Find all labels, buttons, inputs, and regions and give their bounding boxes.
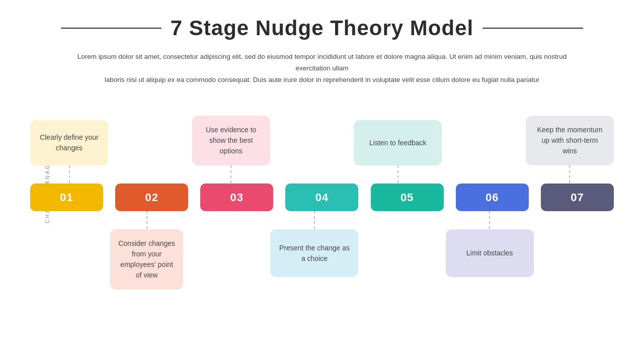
top-slot-03: Use evidence to show the best options [192,116,270,184]
num-box-02: 02 [115,184,188,211]
top-text-05: Listen to feedback [369,138,427,148]
top-box-03: Use evidence to show the best options [192,116,270,165]
bottom-box-06: Limit obstacles [446,229,534,277]
bottom-text-06: Limit obstacles [466,248,513,258]
title-text: 7 Stage Nudge Theory Model [171,16,473,40]
bottom-text-02: Consider changes from your employees' po… [118,238,175,281]
dashed-line-02 [146,211,147,229]
dashed-line-05 [397,165,398,184]
top-text-03: Use evidence to show the best options [200,125,262,156]
subtitle-line2: laboris nisi ut aliquip ex ea commodo co… [60,74,584,86]
page-title: 7 Stage Nudge Theory Model [0,0,644,40]
dashed-line-06 [489,211,490,229]
bottom-slot-06: Limit obstacles [446,211,534,277]
num-box-06: 06 [456,184,529,211]
number-row: 01 02 03 04 05 06 07 [30,184,614,211]
num-box-04: 04 [285,184,358,211]
bottom-slot-02: Consider changes from your employees' po… [110,211,183,290]
num-box-07: 07 [541,184,614,211]
top-box-01: Clearly define your changes [30,120,108,165]
bottom-text-04: Present the change as a choice [278,243,350,264]
top-slot-04 [273,120,351,184]
top-boxes-row: Clearly define your changes Use evidence… [30,116,614,184]
subtitle-line1: Lorem ipsum dolor sit amet, consectetur … [60,51,584,74]
top-text-01: Clearly define your changes [38,132,100,153]
top-text-07: Keep the momentum up with short-term win… [534,125,606,156]
dashed-line-01 [69,165,70,184]
bottom-slot-04: Present the change as a choice [270,211,358,277]
top-slot-01: Clearly define your changes [30,120,108,184]
top-box-07: Keep the momentum up with short-term win… [526,116,614,165]
top-box-05: Listen to feedback [354,120,442,165]
num-box-03: 03 [200,184,273,211]
num-box-05: 05 [371,184,444,211]
dashed-line-03 [230,165,231,184]
subtitle: Lorem ipsum dolor sit amet, consectetur … [30,51,614,86]
diagram-area: Clearly define your changes Use evidence… [30,116,614,290]
num-box-01: 01 [30,184,103,211]
bottom-boxes-row: Consider changes from your employees' po… [30,211,614,290]
bottom-box-02: Consider changes from your employees' po… [110,229,183,290]
bottom-box-04: Present the change as a choice [270,229,358,277]
top-slot-06 [445,120,523,184]
top-slot-07: Keep the momentum up with short-term win… [526,116,614,184]
dashed-line-07 [569,165,570,184]
top-slot-02 [111,120,189,184]
dashed-line-04 [314,211,315,229]
top-slot-05: Listen to feedback [354,120,442,184]
